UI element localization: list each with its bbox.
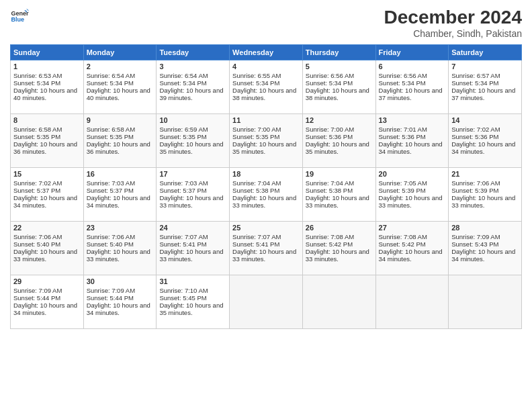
day-number: 18 <box>232 170 300 178</box>
day-number: 22 <box>13 224 81 232</box>
sunrise-text: Sunrise: 7:02 AM <box>13 179 62 187</box>
calendar-week-row: 29 Sunrise: 7:09 AM Sunset: 5:44 PM Dayl… <box>11 275 522 329</box>
daylight-text: Daylight: 10 hours and 34 minutes. <box>379 140 443 155</box>
day-number: 29 <box>13 277 81 285</box>
calendar-header-cell: Sunday <box>11 45 84 60</box>
sunset-text: Sunset: 5:38 PM <box>232 187 279 194</box>
sunset-text: Sunset: 5:34 PM <box>159 79 206 87</box>
sunrise-text: Sunrise: 6:56 AM <box>379 72 427 79</box>
day-number: 21 <box>451 170 519 178</box>
daylight-text: Daylight: 10 hours and 34 minutes. <box>13 194 77 209</box>
day-number: 19 <box>306 170 373 178</box>
day-number: 9 <box>87 116 154 124</box>
daylight-text: Daylight: 10 hours and 37 minutes. <box>451 87 515 101</box>
calendar-day-cell: 7 Sunrise: 6:57 AM Sunset: 5:34 PM Dayli… <box>449 60 522 114</box>
daylight-text: Daylight: 10 hours and 33 minutes. <box>379 194 443 209</box>
daylight-text: Daylight: 10 hours and 33 minutes. <box>87 248 150 263</box>
sunset-text: Sunset: 5:39 PM <box>451 187 498 194</box>
calendar-week-row: 15 Sunrise: 7:02 AM Sunset: 5:37 PM Dayl… <box>11 168 522 222</box>
calendar-day-cell: 20 Sunrise: 7:05 AM Sunset: 5:39 PM Dayl… <box>375 168 449 222</box>
daylight-text: Daylight: 10 hours and 40 minutes. <box>13 87 77 101</box>
calendar-day-cell <box>375 275 449 329</box>
calendar-day-cell: 14 Sunrise: 7:02 AM Sunset: 5:36 PM Dayl… <box>449 114 522 168</box>
calendar-day-cell: 13 Sunrise: 7:01 AM Sunset: 5:36 PM Dayl… <box>375 114 449 168</box>
daylight-text: Daylight: 10 hours and 33 minutes. <box>159 248 223 263</box>
sunset-text: Sunset: 5:34 PM <box>87 79 134 87</box>
sunrise-text: Sunrise: 7:06 AM <box>87 233 135 240</box>
sunset-text: Sunset: 5:44 PM <box>87 294 134 302</box>
calendar-day-cell: 2 Sunrise: 6:54 AM Sunset: 5:34 PM Dayli… <box>83 60 157 114</box>
sunset-text: Sunset: 5:34 PM <box>379 79 426 87</box>
day-number: 8 <box>13 116 81 124</box>
calendar-day-cell: 3 Sunrise: 6:54 AM Sunset: 5:34 PM Dayli… <box>157 60 230 114</box>
day-number: 12 <box>306 116 373 124</box>
calendar-table: SundayMondayTuesdayWednesdayThursdayFrid… <box>10 44 522 329</box>
calendar-day-cell: 31 Sunrise: 7:10 AM Sunset: 5:45 PM Dayl… <box>157 275 230 329</box>
sunset-text: Sunset: 5:36 PM <box>306 133 353 140</box>
sunrise-text: Sunrise: 6:58 AM <box>13 126 62 133</box>
calendar-day-cell: 1 Sunrise: 6:53 AM Sunset: 5:34 PM Dayli… <box>11 60 84 114</box>
calendar-header-cell: Monday <box>83 45 157 60</box>
sunrise-text: Sunrise: 7:10 AM <box>159 287 208 294</box>
day-number: 15 <box>13 170 81 178</box>
calendar-week-row: 8 Sunrise: 6:58 AM Sunset: 5:35 PM Dayli… <box>11 114 522 168</box>
header: General Blue December 2024 Chamber, Sind… <box>10 7 522 39</box>
daylight-text: Daylight: 10 hours and 33 minutes. <box>306 194 369 209</box>
calendar-day-cell: 24 Sunrise: 7:07 AM Sunset: 5:41 PM Dayl… <box>157 222 230 275</box>
day-number: 16 <box>87 170 154 178</box>
daylight-text: Daylight: 10 hours and 34 minutes. <box>87 302 150 316</box>
day-number: 4 <box>232 62 300 71</box>
calendar-day-cell: 15 Sunrise: 7:02 AM Sunset: 5:37 PM Dayl… <box>11 168 84 222</box>
calendar-day-cell: 21 Sunrise: 7:06 AM Sunset: 5:39 PM Dayl… <box>449 168 522 222</box>
day-number: 1 <box>13 62 81 71</box>
sunrise-text: Sunrise: 7:04 AM <box>306 179 354 187</box>
daylight-text: Daylight: 10 hours and 35 minutes. <box>306 140 369 155</box>
calendar-day-cell: 28 Sunrise: 7:09 AM Sunset: 5:43 PM Dayl… <box>449 222 522 275</box>
calendar-day-cell: 6 Sunrise: 6:56 AM Sunset: 5:34 PM Dayli… <box>375 60 449 114</box>
sunset-text: Sunset: 5:36 PM <box>379 133 426 140</box>
day-number: 10 <box>159 116 226 124</box>
sunset-text: Sunset: 5:41 PM <box>159 240 206 248</box>
sunrise-text: Sunrise: 7:00 AM <box>306 126 354 133</box>
day-number: 30 <box>87 277 154 285</box>
calendar-day-cell: 10 Sunrise: 6:59 AM Sunset: 5:35 PM Dayl… <box>157 114 230 168</box>
sunrise-text: Sunrise: 7:03 AM <box>159 179 208 187</box>
day-number: 28 <box>451 224 519 232</box>
calendar-day-cell <box>230 275 303 329</box>
calendar-header-cell: Friday <box>375 45 449 60</box>
page-container: General Blue December 2024 Chamber, Sind… <box>0 0 532 336</box>
logo: General Blue <box>10 7 29 26</box>
sunrise-text: Sunrise: 7:04 AM <box>232 179 281 187</box>
calendar-day-cell <box>449 275 522 329</box>
daylight-text: Daylight: 10 hours and 36 minutes. <box>87 140 150 155</box>
day-number: 17 <box>159 170 226 178</box>
sunset-text: Sunset: 5:34 PM <box>232 79 279 87</box>
day-number: 26 <box>306 224 373 232</box>
calendar-header-cell: Saturday <box>449 45 522 60</box>
sunset-text: Sunset: 5:39 PM <box>379 187 426 194</box>
sunset-text: Sunset: 5:36 PM <box>451 133 498 140</box>
daylight-text: Daylight: 10 hours and 34 minutes. <box>451 248 515 263</box>
sunrise-text: Sunrise: 7:09 AM <box>87 287 135 294</box>
sunset-text: Sunset: 5:37 PM <box>159 187 206 194</box>
daylight-text: Daylight: 10 hours and 35 minutes. <box>159 302 223 316</box>
daylight-text: Daylight: 10 hours and 40 minutes. <box>87 87 150 101</box>
sunset-text: Sunset: 5:35 PM <box>232 133 279 140</box>
sunrise-text: Sunrise: 7:09 AM <box>451 233 500 240</box>
location-title: Chamber, Sindh, Pakistan <box>384 28 522 39</box>
daylight-text: Daylight: 10 hours and 34 minutes. <box>13 302 77 316</box>
daylight-text: Daylight: 10 hours and 35 minutes. <box>159 140 223 155</box>
day-number: 25 <box>232 224 300 232</box>
day-number: 6 <box>379 62 446 71</box>
sunset-text: Sunset: 5:40 PM <box>13 240 60 248</box>
day-number: 7 <box>451 62 519 71</box>
calendar-header-cell: Thursday <box>302 45 375 60</box>
calendar-day-cell: 16 Sunrise: 7:03 AM Sunset: 5:37 PM Dayl… <box>83 168 157 222</box>
sunset-text: Sunset: 5:42 PM <box>306 240 353 248</box>
calendar-day-cell <box>302 275 375 329</box>
sunrise-text: Sunrise: 6:54 AM <box>87 72 135 79</box>
daylight-text: Daylight: 10 hours and 35 minutes. <box>232 140 296 155</box>
calendar-day-cell: 23 Sunrise: 7:06 AM Sunset: 5:40 PM Dayl… <box>83 222 157 275</box>
sunset-text: Sunset: 5:34 PM <box>451 79 498 87</box>
sunrise-text: Sunrise: 7:08 AM <box>306 233 354 240</box>
